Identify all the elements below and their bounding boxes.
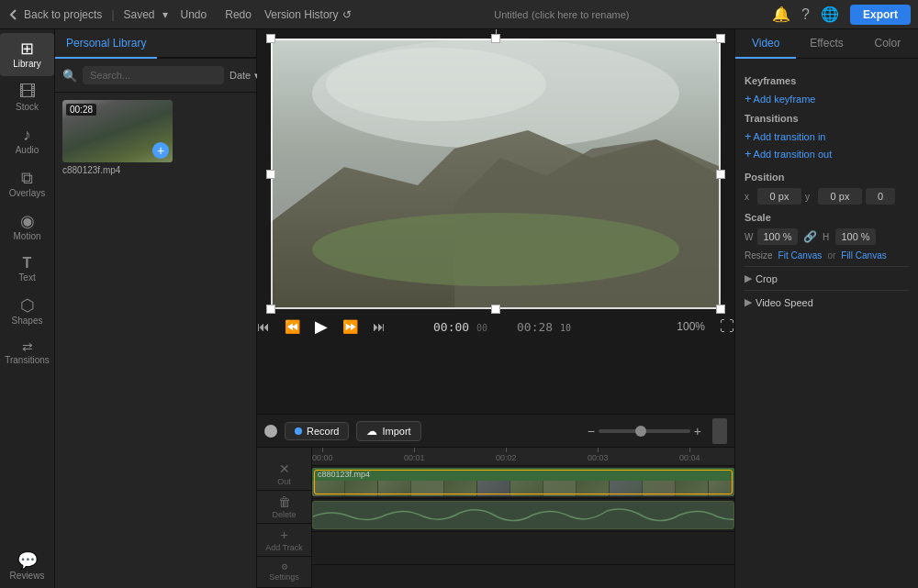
video-speed-section[interactable]: ▶ Video Speed bbox=[744, 290, 909, 314]
resize-handle-tr[interactable] bbox=[716, 34, 725, 43]
resize-handle-tm[interactable] bbox=[491, 34, 500, 43]
media-item[interactable]: 00:28 + c880123f.mp4 bbox=[62, 100, 173, 175]
timeline-main: 00:00 00:01 00:02 00:03 00:04 bbox=[312, 448, 734, 588]
fullscreen-button[interactable]: ⛶ bbox=[720, 318, 734, 335]
h-label: H bbox=[823, 232, 832, 242]
x-label: x bbox=[744, 192, 754, 202]
sidebar-item-library[interactable]: ⊞ Library bbox=[0, 33, 54, 76]
zoom-slider-track[interactable] bbox=[599, 429, 690, 433]
film-frame bbox=[345, 481, 378, 496]
ruler-mark-1: 00:01 bbox=[404, 448, 425, 462]
sidebar-item-overlays[interactable]: ⧉ Overlays bbox=[0, 162, 54, 205]
project-title[interactable]: Untitled (click here to rename) bbox=[494, 7, 629, 21]
saved-dropdown[interactable]: ▾ bbox=[162, 8, 168, 21]
audio-clip[interactable] bbox=[312, 501, 734, 529]
film-frame bbox=[709, 481, 734, 496]
add-track-icon: + bbox=[280, 527, 287, 542]
fit-canvas-button[interactable]: Fit Canvas bbox=[778, 250, 823, 261]
undo-button[interactable]: Undo bbox=[175, 6, 213, 23]
timeline-tracks-area: ✕ Out 🗑 Delete + Add Track ⚙ Settings bbox=[257, 448, 734, 588]
sidebar-item-label-transitions: Transitions bbox=[5, 355, 50, 365]
sidebar-item-label-shapes: Shapes bbox=[12, 316, 43, 326]
import-button[interactable]: ☁ Import bbox=[356, 421, 420, 441]
notifications-icon[interactable]: 🔔 bbox=[772, 6, 790, 23]
add-keyframe-button[interactable]: Add keyframe bbox=[744, 92, 909, 105]
personal-library-tab[interactable]: Personal Library bbox=[55, 29, 157, 59]
film-frame bbox=[543, 481, 577, 496]
playback-controls: ⏮ ⏪ ▶ ⏩ ⏭ 00:00 00 00:28 10 100% ⛶ bbox=[257, 309, 734, 340]
preview-canvas[interactable] bbox=[271, 39, 721, 309]
angle-input[interactable] bbox=[866, 188, 895, 205]
tab-video[interactable]: Video bbox=[735, 29, 796, 59]
y-label: y bbox=[805, 192, 814, 202]
import-label: Import bbox=[382, 426, 410, 437]
scale-row: W 🔗 H bbox=[744, 228, 909, 245]
record-button[interactable]: Record bbox=[285, 422, 349, 440]
zoom-slider-area: − + bbox=[588, 424, 701, 438]
sidebar-item-reviews[interactable]: 💬 Reviews bbox=[0, 545, 54, 588]
ruler-mark-3: 00:03 bbox=[588, 448, 609, 462]
playhead-handle[interactable] bbox=[264, 425, 277, 438]
sidebar-item-shapes[interactable]: ⬡ Shapes bbox=[0, 290, 54, 333]
y-position-input[interactable] bbox=[818, 188, 862, 205]
sidebar-item-audio[interactable]: ♪ Audio bbox=[0, 119, 54, 162]
resize-handle-bm[interactable] bbox=[491, 305, 500, 314]
height-scale-input[interactable] bbox=[835, 228, 876, 245]
sidebar-item-label-overlays: Overlays bbox=[9, 188, 45, 198]
version-history-button[interactable]: Version History ↺ bbox=[264, 8, 352, 21]
fast-forward-button[interactable]: ⏩ bbox=[342, 319, 358, 334]
title-area: Untitled (click here to rename) bbox=[359, 7, 765, 21]
lock-aspect-icon[interactable]: 🔗 bbox=[801, 230, 819, 243]
settings-button[interactable]: ⚙ Settings bbox=[257, 557, 311, 588]
saved-status: Saved bbox=[124, 8, 155, 21]
position-row: x y bbox=[744, 188, 909, 205]
search-input[interactable] bbox=[83, 66, 224, 84]
add-transition-out-button[interactable]: Add transition out bbox=[744, 147, 909, 161]
sidebar-item-stock[interactable]: 🎞 Stock bbox=[0, 76, 54, 119]
zoom-out-button[interactable]: − bbox=[588, 424, 595, 438]
ruler-mark-2: 00:02 bbox=[496, 448, 517, 462]
play-button[interactable]: ▶ bbox=[315, 316, 328, 337]
export-button[interactable]: Export bbox=[850, 5, 911, 25]
delete-label: Delete bbox=[272, 510, 296, 519]
video-clip[interactable]: c880123f.mp4 bbox=[312, 468, 734, 496]
back-to-projects-button[interactable]: Back to projects bbox=[7, 8, 102, 21]
x-position-input[interactable] bbox=[757, 188, 801, 205]
resize-handle-tl[interactable] bbox=[266, 34, 275, 43]
clip-name: c880123f.mp4 bbox=[318, 470, 370, 479]
zoom-in-button[interactable]: + bbox=[694, 424, 701, 438]
sidebar-item-motion[interactable]: ◉ Motion bbox=[0, 205, 54, 249]
go-to-end-button[interactable]: ⏭ bbox=[373, 319, 386, 334]
crop-section[interactable]: ▶ Crop bbox=[744, 266, 909, 290]
rewind-button[interactable]: ⏪ bbox=[285, 319, 300, 334]
zoom-slider-thumb[interactable] bbox=[635, 426, 646, 437]
timeline-action-cut[interactable]: ✕ Out bbox=[257, 458, 311, 491]
resize-handle-bl[interactable] bbox=[266, 305, 275, 314]
resize-handle-ml[interactable] bbox=[266, 170, 275, 179]
resize-handle-mr[interactable] bbox=[716, 170, 725, 179]
sidebar-item-label-motion: Motion bbox=[13, 231, 40, 241]
go-to-start-button[interactable]: ⏮ bbox=[257, 319, 270, 334]
sort-dropdown[interactable]: Date ▾ bbox=[230, 70, 260, 82]
sidebar-item-text[interactable]: T Text bbox=[0, 249, 54, 290]
tab-color[interactable]: Color bbox=[857, 29, 918, 59]
topbar-right: 🔔 ? 🌐 Export bbox=[772, 5, 911, 25]
main-area: ⊞ Library 🎞 Stock ♪ Audio ⧉ Overlays ◉ M… bbox=[0, 29, 918, 588]
cut-icon: ✕ bbox=[279, 461, 290, 476]
globe-icon[interactable]: 🌐 bbox=[821, 6, 839, 23]
timeline-action-delete[interactable]: 🗑 Delete bbox=[257, 491, 311, 524]
timeline-left-actions: ✕ Out 🗑 Delete + Add Track ⚙ Settings bbox=[257, 448, 312, 588]
add-transition-in-button[interactable]: Add transition in bbox=[744, 129, 909, 143]
fill-canvas-button[interactable]: Fill Canvas bbox=[841, 250, 886, 261]
scale-label: Scale bbox=[744, 212, 909, 223]
width-scale-input[interactable] bbox=[757, 228, 798, 245]
tab-effects[interactable]: Effects bbox=[796, 29, 856, 59]
library-search-bar: 🔍 Date ▾ ⧖ bbox=[55, 59, 256, 93]
add-to-timeline-button[interactable]: + bbox=[152, 142, 169, 159]
sidebar-item-transitions[interactable]: ⇄ Transitions bbox=[0, 333, 54, 372]
right-panel: Video Effects Color Keyframes Add keyfra… bbox=[734, 29, 918, 588]
timeline-action-add-track[interactable]: + Add Track bbox=[257, 524, 311, 557]
redo-button[interactable]: Redo bbox=[219, 6, 257, 23]
resize-handle-br[interactable] bbox=[716, 305, 725, 314]
help-icon[interactable]: ? bbox=[801, 6, 810, 23]
